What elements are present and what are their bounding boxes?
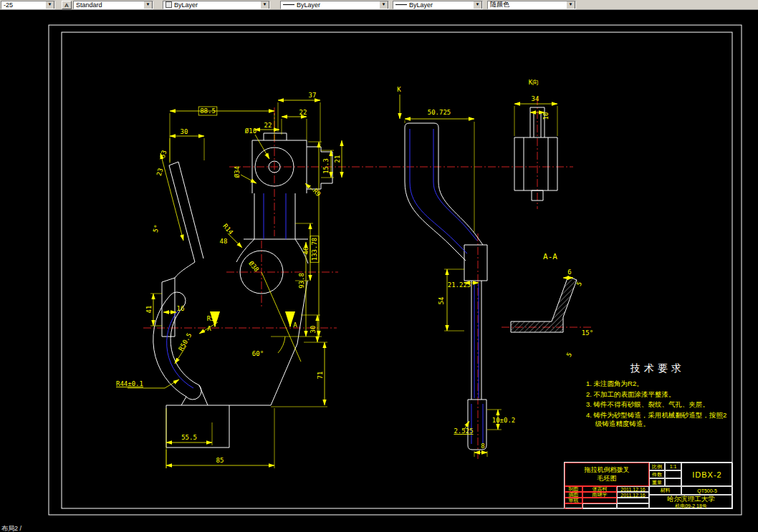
layout-tab-label[interactable]: 布局2 /: [1, 524, 21, 532]
dimension-label: 30: [310, 326, 317, 334]
k-view: [514, 107, 557, 200]
row-label: 审核: [565, 498, 582, 503]
chevron-down-icon[interactable]: ▼: [566, 1, 575, 9]
dimension-label: Ø10: [245, 127, 256, 135]
text-style-combo[interactable]: Standard ▼: [73, 1, 153, 9]
text-style-combo-value: Standard: [76, 1, 102, 9]
technical-requirements: 技术要求 1. 未注圆角为R2。 2. 不加工的表面涂漆平整漆。 3. 铸件不得…: [586, 362, 729, 430]
weight-value: [665, 478, 681, 486]
linetype-combo-value: ByLayer: [297, 1, 320, 9]
color-combo-value: ByLayer: [174, 1, 198, 9]
dimension-label: 55.5: [181, 434, 197, 441]
layer-combo[interactable]: -25 ▼: [1, 1, 55, 9]
dimension-label: 88.5: [200, 107, 216, 115]
text-style-icon[interactable]: A: [62, 1, 72, 9]
row-name: [582, 503, 617, 509]
chevron-down-icon[interactable]: ▼: [473, 1, 482, 9]
dimension-label: 21.225: [448, 281, 471, 289]
dimension-label: 15°: [582, 329, 593, 337]
dimension-label: 5°: [152, 224, 160, 233]
dimension-label: 5: [565, 352, 573, 359]
dimension-label: 41: [145, 306, 153, 314]
dimension-label: A: [293, 321, 297, 329]
dimension-label: 133.78: [311, 238, 318, 261]
dimension-label: 16: [177, 305, 185, 312]
dimension-label: 71: [317, 372, 324, 379]
dimension-label: 21: [334, 155, 341, 163]
dimension-label: 8: [481, 442, 484, 450]
linetype-combo[interactable]: ByLayer ▼: [280, 1, 389, 9]
plot-style-combo-value: 随颜色: [490, 1, 509, 9]
dimension-label: K: [397, 86, 401, 93]
class-info: 机电09-2 18号: [675, 503, 707, 509]
dimension-label: 48: [220, 238, 228, 245]
dimension-label: R50.5: [177, 332, 193, 352]
front-view: [153, 133, 332, 448]
lineweight-combo[interactable]: ByLayer ▼: [393, 1, 483, 9]
dimension-label: 54: [438, 297, 445, 305]
technical-requirements-title: 技术要求: [586, 362, 729, 375]
color-combo[interactable]: ByLayer ▼: [163, 1, 270, 9]
drawing-title-cell: 拖拉机倒档拨叉 毛坯图: [565, 463, 649, 486]
scale-value: 1:1: [665, 463, 681, 470]
dimension-label: A-A: [543, 252, 557, 261]
color-swatch-icon: [165, 1, 172, 8]
properties-toolbar: -25 ▼ A Standard ▼ ByLayer ▼ ByLayer ▼ B…: [0, 0, 758, 10]
row-date: [617, 503, 649, 509]
row-name: 南继学: [582, 492, 617, 498]
school-name: 哈尔滨理工大学: [667, 495, 715, 503]
dimension-label: 93.8: [298, 273, 305, 289]
drawing-canvas[interactable]: 88.5372222Ø10305323Ø3415.321R95°R1448461…: [0, 0, 758, 532]
dimension-label: A: [207, 325, 211, 332]
dimension-label: K向: [529, 79, 539, 86]
row-date: 2011.12.16: [617, 492, 649, 498]
dimension-label: 6: [567, 269, 571, 276]
dimension-label: 15.3: [322, 158, 330, 174]
dimension-label: 10: [542, 112, 550, 120]
row-label: 描图: [565, 492, 582, 498]
chevron-down-icon[interactable]: ▼: [260, 1, 269, 9]
dimension-label: 50.725: [428, 109, 451, 116]
dimension-label: R57: [207, 315, 219, 322]
weight-label: 重量: [649, 478, 665, 486]
chevron-down-icon[interactable]: ▼: [45, 1, 54, 9]
lineweight-sample-icon: [395, 4, 407, 5]
section-view: [511, 276, 577, 332]
row-date: [617, 498, 649, 503]
dimension-label: 34: [532, 95, 539, 102]
row-name: 张吉柯: [582, 486, 617, 492]
dimension-label: R44±0.1: [116, 380, 143, 387]
dimension-label: 2.525: [454, 427, 473, 435]
lineweight-combo-value: ByLayer: [409, 1, 433, 9]
row-label: 制图: [565, 486, 582, 492]
dimension-label: 53: [159, 150, 168, 159]
plot-style-combo[interactable]: 随颜色 ▼: [487, 1, 576, 9]
row-label: [565, 503, 582, 509]
dimension-lines: [128, 95, 573, 468]
drawing-frame: [49, 25, 742, 515]
dimension-labels: 88.5372222Ø10305323Ø3415.321R95°R1448461…: [116, 79, 593, 464]
tech-req-item: 3. 铸件不得有砂眼、裂纹、气孔、夹层。: [586, 400, 729, 410]
dimension-label: 22: [264, 122, 272, 129]
drawing-title-line2: 毛坯图: [598, 475, 617, 483]
drawing-title-line1: 拖拉机倒档拨叉: [585, 466, 630, 475]
dimension-label: 5: [575, 281, 583, 288]
material-value: QT500-5: [681, 486, 733, 495]
dimension-label: Ø34: [234, 166, 241, 178]
dimension-label: 37: [309, 92, 317, 99]
dimension-label: 60°: [252, 350, 264, 357]
dimension-label: R14: [221, 223, 234, 236]
dimension-label: 30: [181, 128, 188, 135]
chevron-down-icon[interactable]: ▼: [379, 1, 388, 9]
material-label: 材料: [649, 486, 681, 495]
dimension-label: 22: [299, 109, 307, 116]
cad-drawing: 88.5372222Ø10305323Ø3415.321R95°R1448461…: [0, 0, 758, 532]
layer-combo-value: -25: [4, 1, 13, 9]
row-name: [582, 498, 617, 503]
chevron-down-icon[interactable]: ▼: [143, 1, 153, 9]
qty-value: [665, 470, 681, 478]
row-date: 2011.12.16: [617, 486, 649, 492]
scale-label: 比例: [649, 463, 665, 470]
dimension-label: Ø38: [247, 260, 260, 274]
dimension-label: 46: [302, 247, 310, 255]
